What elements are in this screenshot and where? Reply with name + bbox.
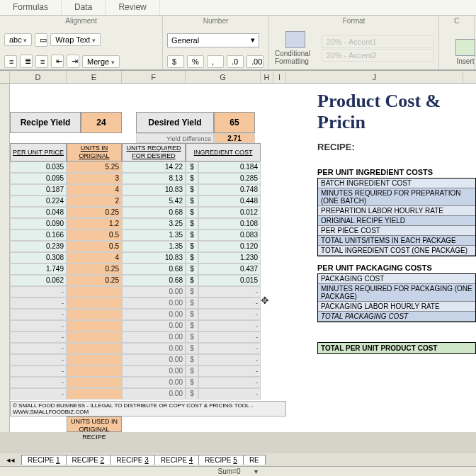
cell-price[interactable]: 0.166 [10,230,67,241]
number-format-select[interactable]: General▾ [167,33,259,47]
cell-price[interactable]: 0.048 [10,207,67,218]
cell-cost[interactable]: - [198,298,261,309]
table-row[interactable]: 0.0355.2514.22$0.184 [10,162,286,173]
col-e[interactable]: E [67,71,122,83]
sheet-tab[interactable]: RECIPE 5 [198,455,244,465]
table-row[interactable]: -0.00$- [10,309,286,320]
sheet-tab[interactable]: RE [243,455,266,465]
cell-price[interactable]: 0.308 [10,252,67,264]
cell-price[interactable]: - [10,377,67,388]
cell-units-orig[interactable] [67,332,122,343]
cell-styles-gallery[interactable]: 20% - Accent1 20% - Accent2 [322,35,434,62]
dec-decimal-icon[interactable]: .00 [246,55,264,68]
status-dropdown-icon[interactable]: ▾ [254,468,258,475]
cell-cost[interactable]: - [198,377,261,388]
comma-icon[interactable]: , [207,55,224,68]
align-left-icon[interactable]: ≡ [4,55,17,68]
cell-price[interactable]: 0.224 [10,196,67,207]
wrap-icon[interactable]: ▭ [35,33,47,47]
table-row[interactable]: 0.09538.13$0.285 [10,173,286,184]
cell-cost[interactable]: 0.120 [198,241,261,252]
cell-price[interactable]: - [10,332,67,343]
table-row[interactable]: 0.2390.51.35$0.120 [10,241,286,252]
cell-units-req[interactable]: 0.68 [122,275,186,286]
cell-price[interactable]: 0.187 [10,184,67,196]
cell-units-orig[interactable]: 4 [67,252,122,264]
tab-review[interactable]: Review [106,0,159,15]
cell-price[interactable]: 0.090 [10,218,67,230]
cell-price[interactable]: - [10,298,67,309]
cell-units-req[interactable]: 8.13 [122,173,186,184]
cell-cost[interactable]: 0.015 [198,275,261,286]
table-row[interactable]: -0.00$- [10,286,286,298]
cell-units-orig[interactable] [67,309,122,320]
cell-cost[interactable]: 0.184 [198,162,261,173]
cell-price[interactable]: 0.239 [10,241,67,252]
col-g[interactable]: G [186,71,261,83]
cell-price[interactable]: 0.062 [10,275,67,286]
table-row[interactable]: 1.7490.250.68$0.437 [10,264,286,275]
currency-icon[interactable]: $ [167,55,184,68]
cell-units-req[interactable]: 0.00 [122,332,186,343]
table-row[interactable]: -0.00$- [10,320,286,332]
cell-units-req[interactable]: 10.83 [122,184,186,196]
cell-price[interactable]: - [10,366,67,377]
cell-units-req[interactable]: 0.00 [122,377,186,388]
table-row[interactable]: 0.0480.250.68$0.012 [10,207,286,218]
cell-cost[interactable]: - [198,332,261,343]
cell-units-orig[interactable] [67,377,122,388]
cell-price[interactable]: 0.035 [10,162,67,173]
indent-dec-icon[interactable]: ⇤ [51,55,64,68]
cell-units-req[interactable]: 0.00 [122,366,186,377]
col-f[interactable]: F [122,71,186,83]
cell-price[interactable]: 0.095 [10,173,67,184]
col-d[interactable]: D [10,71,67,83]
cell-cost[interactable]: - [198,388,261,400]
table-row[interactable]: 0.187410.83$0.748 [10,184,286,196]
cell-units-req[interactable]: 5.42 [122,196,186,207]
cell-units-req[interactable]: 0.68 [122,207,186,218]
tab-data[interactable]: Data [62,0,106,15]
col-h[interactable]: H [261,71,273,83]
cell-units-req[interactable]: 0.00 [122,286,186,298]
desired-yield-value[interactable]: 65 [214,112,255,133]
cell-units-req[interactable]: 14.22 [122,162,186,173]
align-center-icon[interactable]: ≣ [20,55,33,68]
cell-units-req[interactable]: 0.00 [122,354,186,366]
cell-units-orig[interactable]: 3 [67,173,122,184]
indent-inc-icon[interactable]: ⇥ [67,55,79,68]
table-row[interactable]: 0.308410.83$1.230 [10,252,286,264]
cell-units-req[interactable]: 1.35 [122,230,186,241]
orientation-button[interactable]: abc [4,33,32,46]
cell-units-req[interactable]: 0.00 [122,309,186,320]
sheet-tab[interactable]: RECIPE 1 [21,455,67,465]
table-row[interactable]: -0.00$- [10,354,286,366]
sheet-tab[interactable]: RECIPE 2 [66,455,111,465]
cell-units-req[interactable]: 0.00 [122,320,186,332]
table-row[interactable]: 0.1660.51.35$0.083 [10,230,286,241]
table-row[interactable]: -0.00$- [10,366,286,377]
col-j[interactable]: J [286,71,463,83]
cell-cost[interactable]: 0.108 [198,218,261,230]
tab-nav-prev-icon[interactable]: ◂◂ [0,455,21,465]
cell-units-orig[interactable]: 1.2 [67,218,122,230]
wrap-text-button[interactable]: Wrap Text [50,33,101,46]
cell-units-orig[interactable]: 0.25 [67,275,122,286]
cell-units-req[interactable]: 1.35 [122,241,186,252]
table-row[interactable]: -0.00$- [10,377,286,388]
cell-units-orig[interactable] [67,366,122,377]
table-row[interactable]: -0.00$- [10,332,286,343]
cell-units-orig[interactable]: 4 [67,184,122,196]
cell-cost[interactable]: - [198,343,261,354]
cell-units-orig[interactable] [67,286,122,298]
cell-cost[interactable]: - [198,286,261,298]
align-right-icon[interactable]: ≡ [35,55,48,68]
cell-units-req[interactable]: 3.25 [122,218,186,230]
table-row[interactable]: -0.00$- [10,298,286,309]
cell-units-orig[interactable] [67,320,122,332]
cell-cost[interactable]: - [198,309,261,320]
cell-units-orig[interactable] [67,354,122,366]
cell-cost[interactable]: 0.285 [198,173,261,184]
cell-units-orig[interactable]: 5.25 [67,162,122,173]
cell-units-orig[interactable]: 0.25 [67,264,122,275]
